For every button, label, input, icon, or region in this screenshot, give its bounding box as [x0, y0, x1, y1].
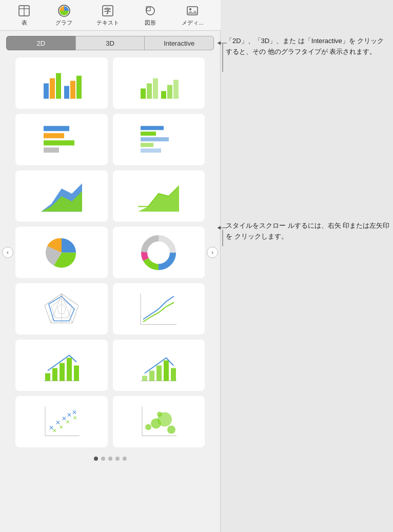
svg-rect-16 [141, 88, 146, 98]
svg-rect-12 [56, 73, 61, 98]
pagination-dot-1[interactable] [94, 457, 98, 461]
svg-point-76 [145, 424, 151, 430]
svg-line-45 [62, 293, 78, 305]
svg-rect-54 [60, 363, 65, 381]
svg-rect-52 [45, 373, 50, 381]
svg-rect-59 [149, 370, 154, 381]
nav-left-arrow[interactable]: ‹ [2, 247, 13, 258]
svg-text:✕: ✕ [73, 415, 77, 420]
svg-rect-26 [141, 126, 164, 130]
annotation-middle: スタイルをスクロー ルするには、右矢 印または左矢印を クリックします。 [226, 221, 390, 242]
svg-rect-13 [64, 86, 69, 98]
svg-rect-21 [173, 80, 179, 98]
svg-marker-33 [138, 186, 179, 211]
annotation-middle-text: スタイルをスクロー ルするには、右矢 印または左矢印を クリックします。 [226, 221, 390, 242]
toolbar-table[interactable]: 表 [12, 2, 36, 29]
svg-rect-24 [44, 140, 74, 145]
pagination [0, 450, 220, 465]
pagination-dot-4[interactable] [115, 457, 120, 461]
table-icon [17, 4, 31, 18]
chart-grid-container: ‹ [0, 54, 220, 450]
toolbar: 表 グラフ 字 テキスト 図形 [0, 0, 221, 31]
chart-cell-scatter[interactable]: ✕ ✕ ✕ ✕ ✕ ✕ ✕ ✕ ✕ [15, 396, 108, 447]
toolbar-text[interactable]: 字 テキスト [91, 2, 124, 29]
toolbar-shape[interactable]: 図形 [138, 2, 163, 29]
toolbar-table-label: 表 [22, 19, 27, 27]
svg-text:✕: ✕ [66, 419, 70, 424]
toolbar-graph-label: グラフ [55, 19, 72, 27]
annotation-area: 「2D」、「3D」、また は「Interactive」を クリックすると、その … [221, 31, 393, 532]
svg-marker-82 [218, 41, 221, 45]
svg-rect-18 [153, 78, 158, 98]
svg-rect-22 [44, 126, 69, 131]
svg-point-9 [189, 8, 191, 10]
svg-line-46 [62, 293, 72, 323]
chart-cell-radar[interactable] [15, 283, 108, 334]
svg-rect-29 [141, 143, 153, 147]
toolbar-graph[interactable]: グラフ [50, 2, 77, 29]
svg-rect-60 [156, 365, 162, 381]
chart-cell-bar-horizontal-2[interactable] [113, 114, 205, 165]
toolbar-shape-label: 図形 [145, 19, 156, 27]
svg-rect-10 [44, 83, 49, 98]
svg-rect-61 [164, 360, 169, 381]
chart-cell-bar-grouped-2[interactable] [113, 57, 205, 109]
toolbar-media[interactable]: メディ... [176, 2, 208, 29]
tab-interactive[interactable]: Interactive [145, 36, 214, 50]
annotation-top-text: 「2D」、「3D」、また は「Interactive」を クリックすると、その … [226, 36, 390, 57]
pagination-dot-3[interactable] [108, 457, 112, 461]
tab-bar: 2D 3D Interactive [0, 31, 220, 54]
svg-rect-28 [141, 137, 169, 141]
svg-rect-30 [141, 148, 161, 152]
toolbar-text-label: テキスト [96, 19, 119, 27]
svg-line-47 [51, 293, 62, 323]
media-icon [185, 4, 200, 18]
svg-rect-19 [161, 91, 166, 98]
chart-grid: ✕ ✕ ✕ ✕ ✕ ✕ ✕ ✕ ✕ [15, 54, 205, 450]
text-icon: 字 [101, 4, 115, 18]
graph-icon [57, 4, 71, 18]
chart-cell-bar-line-2[interactable] [113, 340, 205, 391]
chart-cell-donut[interactable] [113, 227, 205, 278]
chart-panel: 2D 3D Interactive ‹ [0, 31, 221, 532]
svg-line-48 [45, 293, 62, 305]
tab-3d[interactable]: 3D [75, 36, 145, 50]
svg-rect-27 [141, 131, 156, 135]
svg-point-79 [167, 425, 175, 434]
pagination-dot-2[interactable] [101, 457, 105, 461]
chart-cell-bar-grouped[interactable] [15, 57, 108, 109]
annotation-lines-svg [221, 31, 393, 532]
pagination-dot-5[interactable] [123, 457, 127, 461]
tab-2d[interactable]: 2D [6, 36, 75, 50]
svg-text:✕: ✕ [59, 424, 63, 429]
svg-rect-25 [44, 147, 59, 152]
chart-cell-pie[interactable] [15, 227, 108, 278]
svg-rect-58 [142, 376, 147, 381]
chart-cell-bar-horizontal[interactable] [15, 114, 108, 165]
svg-text:✕: ✕ [67, 411, 72, 418]
svg-rect-11 [50, 78, 55, 98]
toolbar-media-label: メディ... [182, 19, 203, 27]
chart-cell-line[interactable] [113, 283, 205, 334]
svg-rect-20 [167, 85, 172, 98]
svg-text:字: 字 [104, 7, 111, 15]
svg-rect-23 [44, 133, 64, 138]
svg-rect-14 [70, 81, 75, 98]
nav-right-arrow[interactable]: › [207, 247, 218, 258]
chart-cell-bar-line[interactable] [15, 340, 108, 391]
svg-point-80 [157, 411, 162, 417]
svg-rect-15 [76, 75, 82, 98]
chart-cell-area-2[interactable] [113, 170, 205, 222]
shape-icon [143, 4, 158, 18]
svg-text:✕: ✕ [52, 427, 56, 433]
svg-marker-84 [218, 226, 221, 230]
annotation-top: 「2D」、「3D」、また は「Interactive」を クリックすると、その … [226, 36, 390, 57]
svg-rect-62 [171, 368, 176, 381]
chart-cell-bubble[interactable] [113, 396, 205, 447]
svg-rect-55 [67, 358, 72, 381]
svg-rect-56 [74, 365, 79, 381]
svg-rect-17 [147, 83, 152, 98]
svg-rect-53 [52, 368, 57, 381]
chart-cell-area[interactable] [15, 170, 108, 222]
